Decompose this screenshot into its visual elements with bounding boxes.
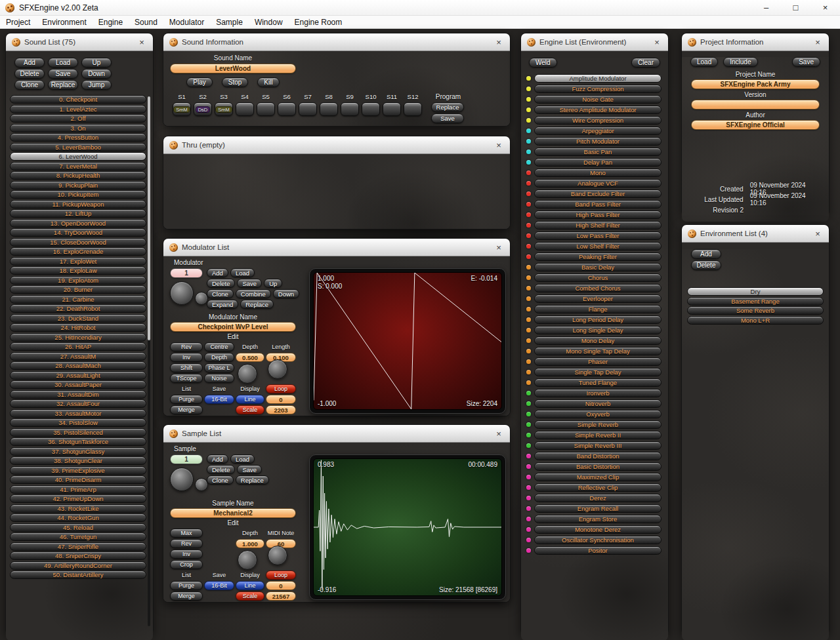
version-field[interactable] — [691, 100, 820, 110]
sound-information-header[interactable]: Sound Information × — [163, 33, 510, 51]
author-field[interactable]: SFXEngine Official — [691, 120, 820, 130]
phase-button[interactable]: Phase L — [204, 363, 234, 372]
loop-button[interactable]: Loop — [266, 570, 296, 580]
rev-button[interactable]: Rev — [170, 342, 203, 351]
minimize-button[interactable]: – — [751, 0, 781, 16]
down-button[interactable]: Down — [273, 289, 299, 298]
weld-button[interactable]: Weld — [529, 58, 557, 68]
engine-list-item[interactable]: Wire Compression — [534, 116, 662, 125]
engine-list-item[interactable]: Low Pass Filter — [534, 231, 662, 240]
engine-list-item[interactable]: Basic Pan — [534, 148, 662, 156]
clear-button[interactable]: Clear — [631, 58, 660, 68]
sound-list-item[interactable]: 21. Carbine — [10, 295, 146, 304]
modulator-knob-small[interactable] — [195, 292, 208, 305]
save-button[interactable]: Save — [792, 57, 820, 67]
sound-list-item[interactable]: 43. RocketLike — [10, 504, 146, 513]
engine-list-item[interactable]: High Pass Filter — [534, 210, 662, 219]
add-button[interactable]: Add — [207, 268, 228, 277]
sound-list-item[interactable]: 42. PrimeUpDown — [10, 494, 146, 503]
sound-list-item[interactable]: 48. SniperCrispy — [10, 551, 146, 560]
sound-list-header[interactable]: Sound List (75) × — [6, 33, 153, 51]
sound-list-item[interactable]: 37. ShotgunGlassy — [10, 447, 146, 456]
sound-list-item[interactable]: 25. HitIncendiary — [10, 333, 146, 342]
down-button[interactable]: Down — [81, 69, 112, 79]
close-icon[interactable]: × — [494, 243, 504, 252]
menu-item[interactable]: Environment — [36, 16, 92, 29]
slot-button[interactable] — [257, 102, 275, 116]
modulator-length-knob[interactable] — [268, 359, 287, 379]
engine-list-item[interactable]: Simple Reverb — [534, 420, 662, 429]
sample-depth-knob[interactable] — [238, 550, 257, 570]
sound-list-item[interactable]: 49. ArtilleryRoundCorner — [10, 561, 146, 570]
engine-list-header[interactable]: Engine List (Environment) × — [521, 33, 668, 51]
engine-list-item[interactable]: Tuned Flange — [534, 378, 662, 387]
merge-button[interactable]: Merge — [170, 591, 203, 601]
sound-list-item[interactable]: 0. Checkpoint — [10, 95, 146, 104]
modulator-knob-large[interactable] — [170, 281, 194, 305]
environment-list-item[interactable]: Basement Range — [687, 297, 824, 306]
slot-button[interactable] — [278, 102, 296, 116]
jump-button[interactable]: Jump — [81, 80, 112, 90]
thru-header[interactable]: Thru (empty) × — [163, 136, 510, 154]
sound-list-item[interactable]: 32. AssaultFour — [10, 399, 146, 408]
engine-list-item[interactable]: Combed Chorus — [534, 284, 662, 292]
engine-list-item[interactable]: Mono Single Tap Delay — [534, 347, 662, 355]
environment-list-item[interactable]: Dry — [687, 287, 824, 296]
depth-button[interactable]: Depth — [204, 353, 234, 362]
engine-list-item[interactable]: Simple Reverb II — [534, 431, 662, 439]
sound-list-item[interactable]: 36. ShotgunTaskforce — [10, 437, 146, 446]
engine-list-item[interactable]: Delay Pan — [534, 158, 662, 167]
sound-list-item[interactable]: 23. DuckStand — [10, 314, 146, 323]
engine-list-item[interactable]: Mono — [534, 169, 662, 177]
sound-list-item[interactable]: 28. AssaultMach — [10, 361, 146, 370]
sound-list-item[interactable]: 14. TryDoorWood — [10, 228, 146, 237]
save-button[interactable]: Save — [237, 279, 262, 288]
up-button[interactable]: Up — [81, 58, 112, 68]
slot-button[interactable] — [362, 102, 380, 116]
clone-button[interactable]: Clone — [207, 289, 234, 298]
environment-list-item[interactable]: Some Reverb — [687, 306, 824, 315]
slot-button[interactable] — [404, 102, 422, 116]
engine-list-item[interactable]: Oxyverb — [534, 410, 662, 418]
load-button[interactable]: Load — [690, 57, 718, 67]
engine-list-item[interactable]: Stereo Amplitude Modulator — [534, 106, 662, 114]
menu-item[interactable]: Engine — [93, 16, 129, 29]
program-replace-button[interactable]: Replace — [431, 102, 464, 112]
replace-button[interactable]: Replace — [48, 80, 78, 90]
include-button[interactable]: Include — [723, 57, 757, 67]
centre-button[interactable]: Centre — [204, 342, 234, 351]
replace-button[interactable]: Replace — [240, 300, 274, 309]
engine-list-item[interactable]: High Shelf Filter — [534, 221, 662, 230]
loop-count-field[interactable]: 0 — [266, 395, 296, 404]
engine-list-item[interactable]: Maximized Clip — [534, 473, 662, 481]
engine-list-item[interactable]: Basic Delay — [534, 263, 662, 271]
engine-list-item[interactable]: Long Period Delay — [534, 315, 662, 324]
engine-list-item[interactable]: Everlooper — [534, 294, 662, 303]
crop-button[interactable]: Crop — [170, 560, 203, 569]
close-icon[interactable]: × — [652, 37, 662, 47]
sound-list-item[interactable]: 26. HitAP — [10, 342, 146, 351]
engine-list-item[interactable]: Low Shelf Filter — [534, 242, 662, 250]
engine-list-item[interactable]: Amplitude Modulator — [534, 74, 662, 83]
sound-list-item[interactable]: 20. Burner — [10, 285, 146, 294]
sound-list-item[interactable]: 1. LevelAztec — [10, 105, 146, 113]
maximize-button[interactable]: □ — [781, 0, 810, 16]
load-button[interactable]: Load — [48, 58, 78, 68]
close-icon[interactable]: × — [494, 37, 504, 47]
play-button[interactable]: Play — [186, 77, 212, 87]
close-icon[interactable]: × — [494, 429, 504, 439]
close-icon[interactable]: × — [812, 37, 823, 47]
slot-button[interactable] — [341, 102, 359, 116]
sound-list-item[interactable]: 33. AssaultMotor — [10, 409, 146, 418]
sound-list-item[interactable]: 24. HitRobot — [10, 323, 146, 332]
sound-list-item[interactable]: 4. PressButton — [10, 133, 146, 142]
sound-list-item[interactable]: 15. CloseDoorWood — [10, 238, 146, 247]
sound-list-item[interactable]: 50. DistantArtillery — [10, 570, 146, 579]
modulator-depth-knob[interactable] — [238, 364, 257, 384]
sound-list-item[interactable]: 6. LeverWood — [10, 152, 146, 161]
sample-midi-knob[interactable] — [268, 546, 287, 565]
sound-list-item[interactable]: 45. Reload — [10, 523, 146, 532]
purge-button[interactable]: Purge — [170, 395, 203, 404]
save-button[interactable]: Save — [237, 465, 262, 474]
sample-list-header[interactable]: Sample List × — [163, 425, 510, 443]
